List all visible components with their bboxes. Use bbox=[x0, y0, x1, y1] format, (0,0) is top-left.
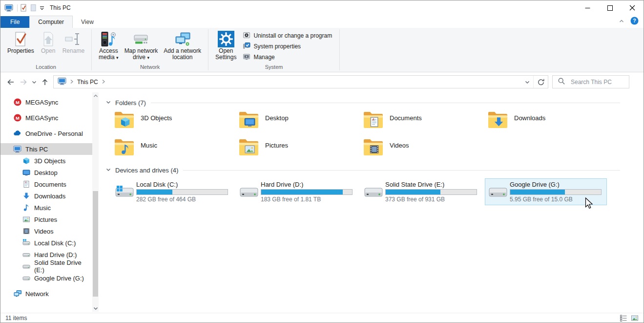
sidebar-item-pictures[interactable]: Pictures bbox=[0, 214, 92, 225]
search-box[interactable] bbox=[552, 75, 629, 88]
refresh-button[interactable] bbox=[533, 76, 548, 88]
ribbon-group-network: Accessmedia ▾ Map networkdrive ▾ Add a n… bbox=[92, 28, 208, 72]
back-button[interactable] bbox=[4, 76, 17, 88]
up-button[interactable] bbox=[39, 76, 51, 88]
drive-capacity-bar bbox=[510, 189, 602, 195]
drive-tile-hard-drive-d[interactable]: Hard Drive (D:) 183 GB free of 1.81 TB bbox=[236, 178, 358, 205]
sidebar-item-this-pc[interactable]: This PC bbox=[0, 143, 92, 155]
map-network-drive-button[interactable]: Map networkdrive ▾ bbox=[122, 29, 161, 61]
svg-text:M: M bbox=[16, 115, 20, 121]
content-pane: Folders (7) 3D Objects Desktop A Documen… bbox=[100, 91, 644, 313]
drive-free-space: 282 GB free of 464 GB bbox=[136, 196, 228, 203]
sidebar-item-megasync[interactable]: M MEGASync bbox=[0, 112, 92, 124]
this-pc-icon bbox=[4, 4, 13, 12]
folder-tile-documents[interactable]: A Documents bbox=[360, 109, 482, 136]
sidebar-item-music[interactable]: Music bbox=[0, 202, 92, 214]
window-title: This PC bbox=[50, 4, 71, 11]
drive-tile-solid-state-drive-e[interactable]: Solid State Drive (E:) 373 GB free of 93… bbox=[360, 178, 482, 205]
access-media-button[interactable]: Accessmedia ▾ bbox=[96, 29, 122, 61]
tab-view[interactable]: View bbox=[73, 16, 102, 28]
sidebar-item-megasync[interactable]: M MEGASync bbox=[0, 96, 92, 108]
drives-grid: Local Disk (C:) 282 GB free of 464 GB Ha… bbox=[100, 178, 644, 205]
minimize-button[interactable] bbox=[576, 0, 599, 15]
tab-file[interactable]: File bbox=[0, 16, 29, 28]
large-icons-view-button[interactable] bbox=[631, 314, 639, 322]
folder-tile-videos[interactable]: Videos bbox=[360, 136, 482, 164]
collapse-ribbon-button[interactable] bbox=[619, 18, 624, 25]
sidebar-scrollbar[interactable] bbox=[92, 92, 99, 312]
tab-computer[interactable]: Computer bbox=[29, 16, 73, 28]
folder-tile-pictures[interactable]: Pictures bbox=[236, 136, 358, 164]
folder-tile-music[interactable]: Music bbox=[111, 136, 233, 164]
chevron-right-icon[interactable] bbox=[70, 79, 74, 86]
search-icon bbox=[558, 77, 565, 86]
help-button[interactable]: ? bbox=[630, 17, 639, 26]
divider bbox=[183, 170, 620, 171]
documents-icon: A bbox=[22, 180, 30, 188]
qat-customize-chevron-icon[interactable] bbox=[39, 5, 45, 11]
maximize-button[interactable] bbox=[599, 0, 621, 15]
sidebar-item-3d-objects[interactable]: 3D Objects bbox=[0, 155, 92, 167]
close-button[interactable] bbox=[621, 0, 644, 15]
drive-free-space: 5.95 GB free of 15.0 GB bbox=[510, 196, 602, 203]
address-bar[interactable]: This PC bbox=[53, 75, 548, 88]
qat-document-icon[interactable] bbox=[29, 4, 37, 12]
folder-pictures-icon bbox=[238, 137, 260, 163]
folder-tile-desktop[interactable]: Desktop bbox=[236, 109, 358, 136]
ribbon: Properties Open Rename Location Accessme… bbox=[0, 28, 644, 72]
sidebar-item-videos[interactable]: Videos bbox=[0, 225, 92, 237]
sidebar-item-onedrive-personal[interactable]: OneDrive - Personal bbox=[0, 128, 92, 139]
sidebar-item-google-drive-g[interactable]: Google Drive (G:) bbox=[0, 272, 92, 284]
folder-tile-3d-objects[interactable]: 3D Objects bbox=[111, 109, 233, 136]
scroll-up-arrow[interactable] bbox=[92, 92, 99, 99]
breadcrumb-location[interactable]: This PC bbox=[77, 79, 98, 86]
section-header-drives[interactable]: Devices and drives (4) bbox=[100, 164, 644, 176]
sidebar-item-network[interactable]: Network bbox=[0, 288, 92, 300]
folder-tile-downloads[interactable]: Downloads bbox=[485, 109, 607, 136]
folder-3d-objects-icon bbox=[113, 110, 136, 135]
drive-tile-google-drive-g[interactable]: Google Drive (G:) 5.95 GB free of 15.0 G… bbox=[485, 178, 607, 205]
scrollbar-thumb[interactable] bbox=[93, 191, 98, 297]
quick-access-toolbar bbox=[20, 4, 45, 12]
uninstall-or-change-a-program-button[interactable]: Uninstall or change a program bbox=[241, 31, 333, 40]
recent-locations-button[interactable] bbox=[30, 76, 39, 88]
address-dropdown-button[interactable] bbox=[521, 76, 533, 88]
open-settings-icon bbox=[218, 30, 234, 48]
manage-icon bbox=[243, 53, 250, 62]
this-pc-icon bbox=[13, 145, 21, 153]
scroll-down-arrow[interactable] bbox=[92, 305, 99, 312]
add-a-network-location-button[interactable]: Add a networklocation bbox=[161, 29, 204, 61]
folder-documents-icon: A bbox=[362, 110, 385, 135]
svg-text:M: M bbox=[16, 100, 20, 105]
sidebar-item-label: Videos bbox=[34, 228, 54, 235]
properties-button[interactable]: Properties bbox=[4, 29, 37, 54]
breadcrumb[interactable]: This PC bbox=[54, 76, 521, 88]
manage-button[interactable]: Manage bbox=[241, 53, 333, 62]
search-input[interactable] bbox=[570, 78, 626, 86]
section-title: Folders (7) bbox=[115, 99, 146, 107]
qat-properties-icon[interactable] bbox=[20, 4, 27, 12]
small-button-stack: Uninstall or change a programSystem prop… bbox=[239, 29, 335, 62]
system-properties-icon bbox=[243, 42, 250, 51]
sidebar-item-downloads[interactable]: Downloads bbox=[0, 190, 92, 202]
divider bbox=[151, 103, 620, 103]
system-properties-button[interactable]: System properties bbox=[241, 42, 333, 51]
svg-text:A: A bbox=[24, 181, 26, 184]
sidebar-item-label: MEGASync bbox=[25, 114, 58, 122]
sidebar-item-local-disk-c[interactable]: Local Disk (C:) bbox=[0, 237, 92, 249]
section-header-folders[interactable]: Folders (7) bbox=[100, 96, 644, 109]
forward-button[interactable] bbox=[17, 76, 30, 88]
sidebar-item-desktop[interactable]: Desktop bbox=[0, 167, 92, 178]
sidebar-item-label: Music bbox=[34, 204, 51, 212]
drive-tile-local-disk-c[interactable]: Local Disk (C:) 282 GB free of 464 GB bbox=[111, 178, 233, 205]
drive-name: Local Disk (C:) bbox=[136, 181, 228, 188]
status-bar: 11 items bbox=[0, 313, 644, 323]
details-view-button[interactable] bbox=[620, 314, 627, 322]
open-settings-button[interactable]: OpenSettings bbox=[212, 29, 239, 61]
rename-icon bbox=[65, 30, 82, 48]
chevron-down-icon bbox=[105, 99, 111, 107]
sidebar-item-solid-state-drive-e[interactable]: Solid State Drive (E:) bbox=[0, 260, 92, 272]
properties-icon bbox=[12, 30, 29, 48]
chevron-right-icon[interactable] bbox=[102, 79, 105, 86]
sidebar-item-documents[interactable]: A Documents bbox=[0, 178, 92, 190]
